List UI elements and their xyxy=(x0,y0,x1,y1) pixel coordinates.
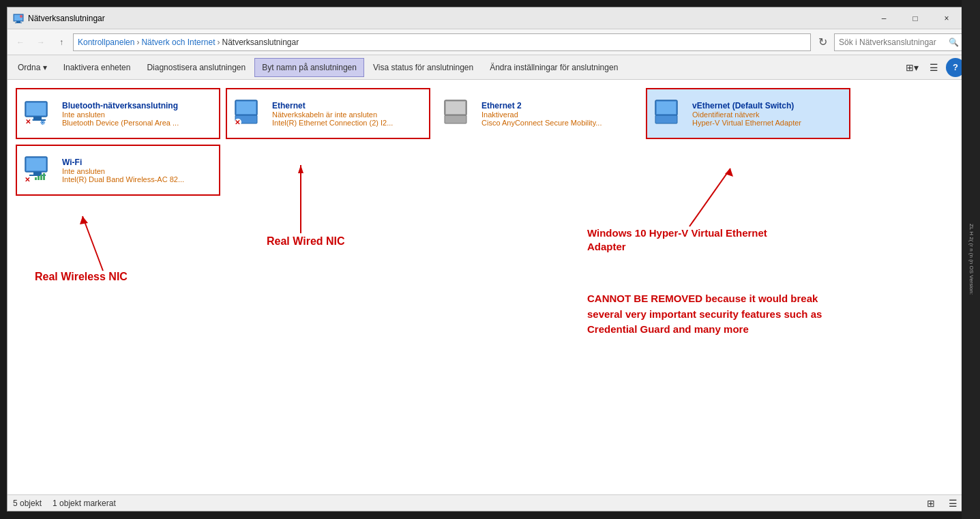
ethernet2-name: Ethernet 2 xyxy=(481,101,602,110)
net-item-vethernet[interactable]: vEthernet (Default Switch) Oidentifierat… xyxy=(646,88,850,139)
ethernet-icon-container: ✕ xyxy=(233,98,265,130)
ethernet-adapter: Intel(R) Ethernet Connection (2) I2... xyxy=(272,119,393,127)
toolbar-btn-diagnostisera-label: Diagnostisera anslutningen xyxy=(147,63,246,72)
wifi-status: Inte ansluten xyxy=(62,167,184,175)
back-button[interactable]: ← xyxy=(12,33,29,51)
toolbar-btn-andra-label: Ändra inställningar för anslutningen xyxy=(490,63,618,72)
title-bar: Nätverksanslutningar – □ × xyxy=(8,8,968,29)
status-right: ⊞ ☰ xyxy=(921,494,962,513)
toolbar-btn-inaktivera-label: Inaktivera enheten xyxy=(63,63,131,72)
vethernet-status: Oidentifierat nätverk xyxy=(692,110,801,119)
svg-rect-25 xyxy=(657,102,676,114)
close-button[interactable]: × xyxy=(931,8,962,29)
bluetooth-info: Bluetooth-nätverksanslutning Inte anslut… xyxy=(62,101,179,127)
ethernet-info: Ethernet Nätverkskabeln är inte ansluten… xyxy=(272,101,393,127)
svg-rect-20 xyxy=(446,102,465,114)
wifi-name: Wi-Fi xyxy=(62,158,184,167)
items-grid: ✕ ⎈ Bluetooth-nätverksanslutning Inte an… xyxy=(8,80,968,204)
window-controls: – □ × xyxy=(868,8,962,29)
net-item-bluetooth[interactable]: ✕ ⎈ Bluetooth-nätverksanslutning Inte an… xyxy=(16,88,220,139)
annotation-real-wireless-nic: Real Wireless NIC xyxy=(35,271,128,283)
status-bar: 5 objekt 1 objekt markerat ⊞ ☰ xyxy=(8,494,968,511)
toolbar-btn-byt[interactable]: Byt namn på anslutningen xyxy=(254,58,364,77)
wifi-info: Wi-Fi Inte ansluten Intel(R) Dual Band W… xyxy=(62,158,184,183)
vethernet-icon-container xyxy=(653,98,685,130)
toolbar-btn-visa[interactable]: Visa status för anslutningen xyxy=(366,58,481,77)
status-view-btn2[interactable]: ☰ xyxy=(943,494,962,513)
ethernet2-icon-container xyxy=(442,98,475,130)
ethernet2-status: Inaktiverad xyxy=(481,110,602,119)
ethernet2-computer-icon xyxy=(442,98,472,128)
toolbar-btn-andra[interactable]: Ändra inställningar för anslutningen xyxy=(482,58,625,77)
refresh-button[interactable]: ↻ xyxy=(814,33,831,51)
svg-rect-37 xyxy=(40,175,42,180)
breadcrumb-sep1: › xyxy=(136,38,139,47)
status-view-btn1[interactable]: ⊞ xyxy=(921,494,940,513)
annotation-hyperv-title: Windows 10 Hyper-V Virtual Ethernet Adap… xyxy=(587,226,805,253)
svg-rect-31 xyxy=(33,172,42,175)
breadcrumb-part1: Kontrollpanelen xyxy=(78,38,134,47)
right-info-panel: ZL H 2( (r n (n (n OS Version: xyxy=(962,0,980,519)
svg-text:✕: ✕ xyxy=(25,176,30,183)
toolbar-btn-diagnostisera[interactable]: Diagnostisera anslutningen xyxy=(139,58,253,77)
bluetooth-icon-container: ✕ ⎈ xyxy=(23,98,55,130)
svg-text:⎈: ⎈ xyxy=(40,117,46,127)
vethernet-computer-icon xyxy=(653,98,683,128)
net-item-ethernet2[interactable]: Ethernet 2 Inaktiverad Cisco AnyConnect … xyxy=(436,88,640,139)
toolbar: Ordna ▾ Inaktivera enheten Diagnostisera… xyxy=(8,55,968,80)
toolbar-btn-ordna[interactable]: Ordna ▾ xyxy=(10,58,55,77)
annotation-hyperv-note: CANNOT BE REMOVED because it would break… xyxy=(587,291,846,338)
ethernet-status: Nätverkskabeln är inte ansluten xyxy=(272,110,393,119)
bluetooth-name: Bluetooth-nätverksanslutning xyxy=(62,101,179,110)
bluetooth-adapter: Bluetooth Device (Personal Area ... xyxy=(62,119,179,127)
svg-rect-36 xyxy=(38,176,40,180)
details-view-btn[interactable]: ☰ xyxy=(924,58,943,77)
toolbar-btn-inaktivera[interactable]: Inaktivera enheten xyxy=(56,58,138,77)
search-icon: 🔍 xyxy=(949,38,959,47)
toolbar-right: ⊞▾ ☰ ? xyxy=(902,58,965,77)
toolbar-btn-ordna-label: Ordna ▾ xyxy=(18,63,47,72)
ethernet-name: Ethernet xyxy=(272,101,393,110)
svg-marker-40 xyxy=(80,216,88,224)
breadcrumb-part3: Nätverksanslutningar xyxy=(222,38,299,47)
wifi-adapter: Intel(R) Dual Band Wireless-AC 82... xyxy=(62,175,184,183)
minimize-button[interactable]: – xyxy=(868,8,900,29)
svg-text:✕: ✕ xyxy=(235,119,240,126)
breadcrumb-part2: Nätverk och Internet xyxy=(141,38,215,47)
bluetooth-computer-icon: ✕ ⎈ xyxy=(23,98,53,128)
window-icon xyxy=(13,13,24,24)
ethernet2-adapter: Cisco AnyConnect Secure Mobility... xyxy=(481,119,602,127)
svg-point-4 xyxy=(20,15,23,18)
view-toggle-btn[interactable]: ⊞▾ xyxy=(902,58,921,77)
search-box[interactable]: 🔍 xyxy=(834,33,964,51)
forward-button[interactable]: → xyxy=(32,33,50,51)
maximize-button[interactable]: □ xyxy=(900,8,931,29)
svg-rect-3 xyxy=(15,23,22,23)
svg-rect-6 xyxy=(27,103,46,115)
vethernet-adapter: Hyper-V Virtual Ethernet Adapter xyxy=(692,119,801,127)
vethernet-info: vEthernet (Default Switch) Oidentifierat… xyxy=(692,101,801,127)
net-item-ethernet[interactable]: ✕ Ethernet Nätverkskabeln är inte anslut… xyxy=(226,88,430,139)
ethernet2-info: Ethernet 2 Inaktiverad Cisco AnyConnect … xyxy=(481,101,602,127)
breadcrumb-sep2: › xyxy=(217,38,220,47)
wifi-icon-container: ✕ xyxy=(23,154,55,187)
search-input[interactable] xyxy=(839,38,949,47)
window-title: Nätverksanslutningar xyxy=(28,14,868,23)
svg-rect-38 xyxy=(43,173,45,180)
svg-rect-35 xyxy=(35,177,37,180)
svg-rect-23 xyxy=(445,115,466,123)
net-item-wifi[interactable]: ✕ Wi-Fi Inte ansluten Intel(R) Dual Band… xyxy=(16,145,220,196)
svg-rect-28 xyxy=(655,115,677,123)
item-count: 5 objekt xyxy=(13,499,42,508)
selected-count: 1 objekt markerat xyxy=(53,499,116,508)
bluetooth-status: Inte ansluten xyxy=(62,110,179,119)
svg-rect-30 xyxy=(27,158,46,170)
up-button[interactable]: ↑ xyxy=(53,33,70,51)
ethernet-computer-icon: ✕ xyxy=(233,98,263,128)
content-area: ✕ ⎈ Bluetooth-nätverksanslutning Inte an… xyxy=(8,80,968,494)
breadcrumb[interactable]: Kontrollpanelen › Nätverk och Internet ›… xyxy=(73,33,811,51)
wifi-computer-icon: ✕ xyxy=(23,154,53,184)
address-bar: ← → ↑ Kontrollpanelen › Nätverk och Inte… xyxy=(8,29,968,55)
toolbar-btn-byt-label: Byt namn på anslutningen xyxy=(262,63,357,72)
main-window: Nätverksanslutningar – □ × ← → ↑ Kontrol… xyxy=(7,7,968,511)
